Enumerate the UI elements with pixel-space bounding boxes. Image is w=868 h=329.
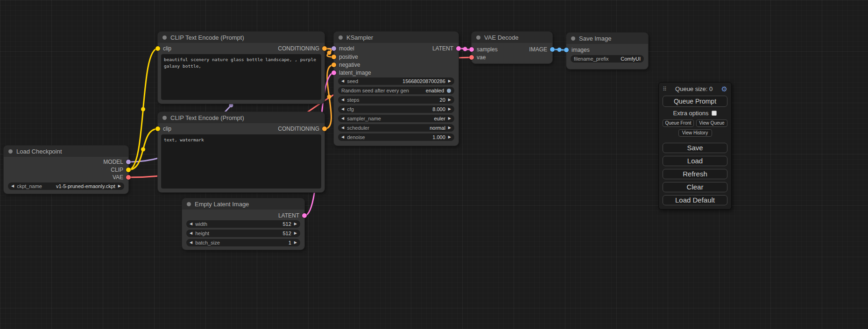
widget-random-seed-toggle[interactable]: Random seed after every gen enabled: [338, 87, 454, 94]
decrement-arrow-icon[interactable]: ◀: [190, 241, 192, 245]
input-slot-clip[interactable]: clip: [155, 126, 171, 132]
widget-height[interactable]: ◀ height 512 ▶: [186, 230, 300, 237]
increment-arrow-icon[interactable]: ▶: [448, 126, 451, 130]
input-slot-latent-image[interactable]: latent_image: [332, 70, 371, 76]
output-slot-model[interactable]: MODEL: [103, 159, 131, 165]
input-slot-images[interactable]: images: [564, 47, 590, 53]
slot-dot-conditioning[interactable]: [332, 63, 336, 67]
view-queue-button[interactable]: View Queue: [696, 119, 727, 127]
view-history-button[interactable]: View History: [678, 129, 712, 137]
slot-dot-clip[interactable]: [155, 46, 160, 51]
extra-options-checkbox[interactable]: [712, 111, 717, 116]
output-slot-conditioning[interactable]: CONDITIONING: [278, 126, 327, 132]
save-button[interactable]: Save: [663, 143, 727, 153]
output-slot-clip[interactable]: CLIP: [111, 167, 131, 173]
decrement-arrow-icon[interactable]: ◀: [341, 107, 344, 111]
slot-dot-latent[interactable]: [332, 70, 336, 75]
increment-arrow-icon[interactable]: ▶: [448, 107, 451, 111]
decrement-arrow-icon[interactable]: ◀: [341, 126, 344, 130]
slot-dot-image[interactable]: [550, 47, 555, 52]
settings-gear-icon[interactable]: ⚙: [721, 85, 727, 92]
collapse-dot-icon[interactable]: [8, 149, 13, 154]
increment-arrow-icon[interactable]: ▶: [448, 98, 451, 102]
slot-dot-conditioning[interactable]: [322, 46, 327, 51]
slot-dot-model[interactable]: [126, 160, 131, 164]
input-slot-vae[interactable]: vae: [469, 54, 486, 61]
node-title-bar[interactable]: CLIP Text Encode (Prompt): [158, 32, 325, 43]
node-clip-text-encode-positive[interactable]: CLIP Text Encode (Prompt) clip CONDITION…: [158, 32, 325, 104]
queue-front-button[interactable]: Queue Front: [663, 119, 694, 127]
slot-dot-clip[interactable]: [126, 168, 131, 172]
widget-steps[interactable]: ◀ steps 20 ▶: [338, 96, 454, 104]
widget-filename-prefix[interactable]: filename_prefix ComfyUI: [571, 55, 644, 63]
decrement-arrow-icon[interactable]: ◀: [341, 79, 344, 83]
widget-ckpt-name[interactable]: ◀ ckpt_name v1-5-pruned-emaonly.ckpt ▶: [8, 182, 124, 190]
slot-dot-vae[interactable]: [469, 55, 474, 60]
widget-denoise[interactable]: ◀ denoise 1.000 ▶: [338, 133, 454, 141]
slot-dot-image[interactable]: [564, 48, 569, 52]
slot-dot-latent[interactable]: [302, 213, 307, 218]
input-slot-negative[interactable]: negative: [332, 62, 360, 68]
decrement-arrow-icon[interactable]: ◀: [341, 117, 344, 120]
input-slot-model[interactable]: model: [332, 45, 354, 52]
node-title-bar[interactable]: CLIP Text Encode (Prompt): [158, 112, 325, 123]
increment-arrow-icon[interactable]: ▶: [448, 79, 451, 83]
node-title-bar[interactable]: Empty Latent Image: [182, 198, 304, 210]
input-slot-positive[interactable]: positive: [332, 54, 358, 60]
node-title-bar[interactable]: KSampler: [334, 32, 459, 43]
load-button[interactable]: Load: [663, 156, 727, 166]
widget-sampler-name[interactable]: ◀ sampler_name euler ▶: [338, 115, 454, 122]
slot-dot-clip[interactable]: [155, 126, 160, 131]
output-slot-vae[interactable]: VAE: [113, 174, 131, 181]
output-slot-conditioning[interactable]: CONDITIONING: [278, 45, 327, 52]
toggle-dot-icon[interactable]: [447, 89, 451, 93]
node-title-bar[interactable]: Load Checkpoint: [4, 146, 128, 157]
node-title-bar[interactable]: Save Image: [566, 33, 648, 44]
output-slot-latent[interactable]: LATENT: [278, 212, 307, 219]
node-vae-decode[interactable]: VAE Decode samples vae IMAGE: [472, 32, 552, 63]
widget-width[interactable]: ◀ width 512 ▶: [186, 220, 300, 228]
drag-handle-icon[interactable]: ⠿: [663, 86, 667, 92]
node-clip-text-encode-negative[interactable]: CLIP Text Encode (Prompt) clip CONDITION…: [158, 112, 325, 192]
collapse-dot-icon[interactable]: [162, 116, 167, 120]
clear-button[interactable]: Clear: [663, 182, 727, 192]
decrement-arrow-icon[interactable]: ◀: [11, 184, 14, 188]
slot-dot-model[interactable]: [332, 46, 336, 51]
output-slot-image[interactable]: IMAGE: [529, 46, 555, 53]
increment-arrow-icon[interactable]: ▶: [118, 184, 121, 188]
widget-scheduler[interactable]: ◀ scheduler normal ▶: [338, 124, 454, 132]
collapse-dot-icon[interactable]: [476, 35, 480, 40]
node-title-bar[interactable]: VAE Decode: [472, 32, 552, 43]
slot-dot-latent[interactable]: [456, 46, 461, 51]
increment-arrow-icon[interactable]: ▶: [448, 117, 451, 120]
input-slot-samples[interactable]: samples: [469, 46, 498, 53]
widget-cfg[interactable]: ◀ cfg 8.000 ▶: [338, 105, 454, 113]
node-empty-latent-image[interactable]: Empty Latent Image LATENT ◀ width 512 ▶ …: [182, 198, 304, 250]
increment-arrow-icon[interactable]: ▶: [294, 231, 297, 235]
load-default-button[interactable]: Load Default: [663, 195, 727, 205]
collapse-dot-icon[interactable]: [162, 35, 167, 40]
output-slot-latent[interactable]: LATENT: [432, 45, 461, 52]
node-save-image[interactable]: Save Image images filename_prefix ComfyU…: [566, 33, 648, 69]
slot-dot-latent[interactable]: [469, 47, 474, 52]
increment-arrow-icon[interactable]: ▶: [448, 135, 451, 139]
input-slot-clip[interactable]: clip: [155, 45, 171, 52]
node-load-checkpoint[interactable]: Load Checkpoint MODEL CLIP VAE ◀ ckpt_na…: [4, 146, 128, 194]
increment-arrow-icon[interactable]: ▶: [294, 222, 297, 226]
collapse-dot-icon[interactable]: [571, 36, 575, 41]
node-graph-canvas[interactable]: Load Checkpoint MODEL CLIP VAE ◀ ckpt_na…: [0, 0, 868, 329]
collapse-dot-icon[interactable]: [339, 35, 343, 40]
queue-prompt-button[interactable]: Queue Prompt: [663, 96, 727, 107]
slot-dot-vae[interactable]: [126, 175, 131, 180]
negative-prompt-textarea[interactable]: text, watermark: [161, 134, 321, 189]
decrement-arrow-icon[interactable]: ◀: [190, 231, 192, 235]
widget-seed[interactable]: ◀ seed 156680208700286 ▶: [338, 77, 454, 85]
slot-dot-conditioning[interactable]: [332, 55, 336, 59]
widget-batch-size[interactable]: ◀ batch_size 1 ▶: [186, 239, 300, 246]
slot-dot-conditioning[interactable]: [322, 126, 327, 131]
refresh-button[interactable]: Refresh: [663, 169, 727, 179]
decrement-arrow-icon[interactable]: ◀: [341, 98, 344, 102]
decrement-arrow-icon[interactable]: ◀: [190, 222, 192, 226]
decrement-arrow-icon[interactable]: ◀: [341, 135, 344, 139]
increment-arrow-icon[interactable]: ▶: [294, 241, 297, 245]
